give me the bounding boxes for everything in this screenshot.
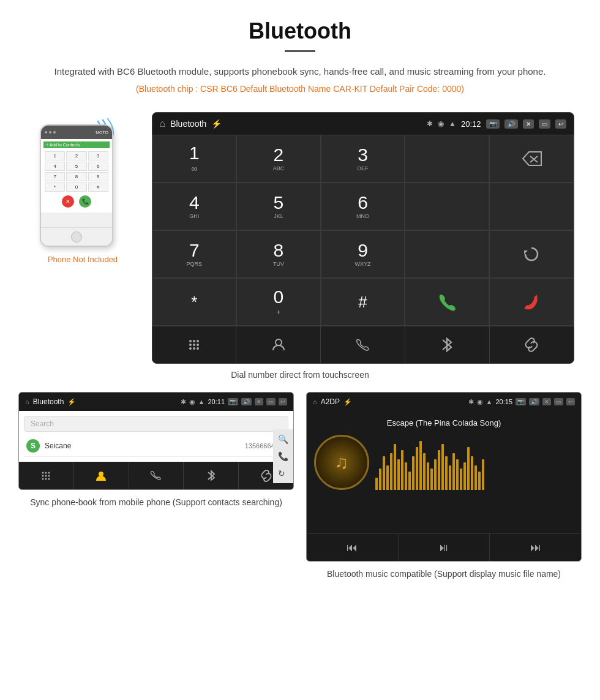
svg-point-12 [197,347,199,350]
keypad-area: 1 ∞ 2 ABC 3 DEF 4 GHI [152,135,574,326]
key-call-red[interactable] [489,278,574,326]
phonebook-caption: Sync phone-book from mobile phone (Suppo… [30,496,282,509]
back-icon: ↩ [555,119,566,129]
key-2[interactable]: 2 ABC [236,135,321,183]
pb-nav-keypad[interactable] [19,462,74,489]
svg-point-18 [45,475,47,476]
music-play-pause-btn[interactable]: ⏯ [399,534,490,561]
phone-container: ⮏ MOTO + Add to Contacts 123 456 789 *0# [26,112,140,264]
svg-marker-3 [524,250,528,254]
location-icon: ◉ [438,119,444,128]
redial-icon [522,244,541,264]
link-icon [523,337,539,353]
music-next-btn[interactable]: ⏭ [490,534,581,561]
bluetooth-icon: ✱ [427,119,433,128]
key-call-green[interactable] [405,278,489,326]
key-1[interactable]: 1 ∞ [152,135,237,183]
key-empty-2 [405,183,489,230]
phone-device: MOTO + Add to Contacts 123 456 789 *0# ✕ [40,124,113,247]
key-8[interactable]: 8 TUV [236,230,321,278]
eq-bar [430,469,433,490]
svg-point-6 [197,340,199,342]
dial-nav-contacts[interactable] [236,326,321,363]
svg-point-16 [48,472,50,473]
contacts-icon [271,337,287,353]
phone-contacts-bar: + Add to Contacts [43,141,110,148]
eq-bar [394,444,396,490]
dial-status-bar: ⌂ Bluetooth ⚡ ✱ ◉ ▲ 20:12 📷 🔊 ✕ ▭ ↩ [152,113,574,135]
window-icon: ▭ [539,119,550,129]
pb-sig-icon: ▲ [198,398,205,405]
eq-bar [445,456,448,490]
eq-bar [438,450,440,490]
phonebook-bottom-nav [19,462,293,489]
pb-refresh-icon[interactable]: ↻ [278,469,288,478]
eq-bar [427,462,429,490]
eq-bar [408,472,411,490]
ms-home-icon: ⌂ [313,398,317,405]
search-input[interactable]: Search [24,416,288,432]
key-star[interactable]: * [152,278,237,326]
key-5[interactable]: 5 JKL [236,183,321,230]
song-title: Escape (The Pina Colada Song) [387,418,501,427]
svg-point-20 [42,478,44,480]
svg-point-17 [42,475,44,476]
svg-point-8 [193,344,195,346]
svg-point-21 [45,478,47,480]
music-equalizer [375,435,574,490]
key-empty-3 [489,183,574,230]
eq-bar [449,465,451,490]
pb-time: 20:11 [208,398,225,405]
eq-bar [419,441,422,490]
pb-x-icon: ✕ [255,398,263,405]
eq-bar [401,450,403,490]
usb-icon: ⚡ [211,119,222,129]
eq-bar [482,459,484,490]
dial-nav-phone[interactable] [321,326,405,363]
phone-not-included-label: Phone Not Included [48,255,118,264]
pb-keypad-icon [40,470,51,481]
eq-bar [379,469,381,490]
pb-nav-contacts-active[interactable] [74,462,129,489]
dial-nav-keypad[interactable] [152,326,237,363]
eq-bar [383,456,385,490]
key-9[interactable]: 9 WXYZ [321,230,405,278]
ms-loc-icon: ◉ [477,398,483,406]
phonebook-screen-body: Search S Seicane 13566664466 [19,411,293,462]
music-screen-body: Escape (The Pina Colada Song) ♫ [307,411,581,533]
key-0[interactable]: 0 + [236,278,321,326]
key-7[interactable]: 7 PQRS [152,230,237,278]
dial-nav-link[interactable] [490,326,574,363]
key-backspace[interactable] [489,135,574,183]
svg-point-22 [48,478,50,480]
music-prev-btn[interactable]: ⏮ [307,534,399,561]
dial-nav-bluetooth[interactable] [405,326,490,363]
key-redial[interactable] [489,230,574,278]
phone-screen: + Add to Contacts 123 456 789 *0# ✕ 📞 [41,139,112,213]
pb-call-icon[interactable]: 📞 [278,451,288,461]
pb-back-icon: ↩ [279,398,287,405]
dial-screen-title: Bluetooth [170,119,206,129]
eq-bar [460,469,462,490]
page-title: Bluetooth [24,18,576,44]
eq-bar [471,456,473,490]
key-hash[interactable]: # [321,278,405,326]
pb-home-icon: ⌂ [25,398,29,405]
key-6[interactable]: 6 MNO [321,183,405,230]
pb-nav-bluetooth[interactable] [184,462,239,489]
dial-status-right: ✱ ◉ ▲ 20:12 📷 🔊 ✕ ▭ ↩ [427,119,566,129]
key-3[interactable]: 3 DEF [321,135,405,183]
music-caption: Bluetooth music compatible (Support disp… [327,568,561,581]
dial-status-left: ⌂ Bluetooth ⚡ [160,118,222,129]
description-text: Integrated with BC6 Bluetooth module, su… [24,64,576,79]
pb-search-icon[interactable]: 🔍 [278,434,288,444]
eq-bar [434,459,437,490]
bluetooth-nav-icon [440,336,454,353]
dial-bottom-nav [152,326,574,363]
eq-bar [375,478,378,490]
music-bottom-nav: ⏮ ⏯ ⏭ [307,533,581,561]
key-4[interactable]: 4 GHI [152,183,237,230]
pb-nav-phone[interactable] [129,462,184,489]
pb-loc-icon: ◉ [189,398,195,406]
call-green-icon [436,291,458,313]
